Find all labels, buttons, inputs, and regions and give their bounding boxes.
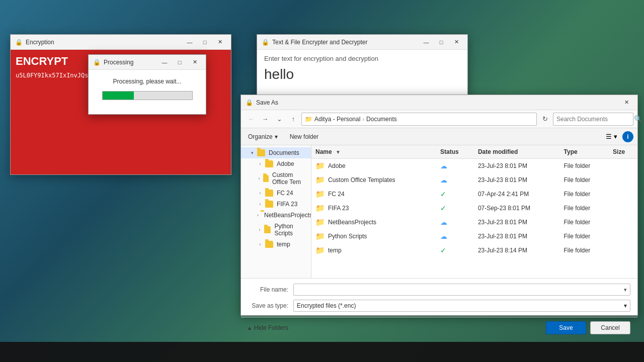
file-type-cell: File folder <box>560 159 609 173</box>
sidebar-expand-temp: › <box>257 241 263 247</box>
table-row[interactable]: 📁 Python Scripts ☁ 23-Jul-23 8:01 PM Fil… <box>311 229 637 243</box>
file-type-cell: File folder <box>560 243 609 257</box>
progress-bar-container <box>102 91 193 100</box>
view-dropdown-icon[interactable]: ▾ <box>614 133 617 140</box>
status-ok-icon: ✓ <box>440 190 446 198</box>
table-row[interactable]: 📁 FIFA 23 ✓ 07-Sep-23 8:01 PM File folde… <box>311 201 637 215</box>
search-box[interactable]: 🔍 <box>553 113 633 126</box>
nav-refresh-button[interactable]: ↻ <box>539 113 551 125</box>
file-name-dropdown-icon[interactable]: ▾ <box>624 287 627 293</box>
saveas-window: 🔒 Save As ✕ ← → ⌄ ↑ 📁 Aditya - Personal … <box>240 95 638 316</box>
action-buttons: Save Cancel <box>546 321 630 334</box>
sidebar-item-netbeans[interactable]: › NetBeansProjects <box>241 210 311 221</box>
file-type-cell: File folder <box>560 187 609 201</box>
new-folder-button[interactable]: New folder <box>287 132 321 141</box>
saveas-bottom: File name: ▾ Save as type: Encrypted fil… <box>241 278 637 317</box>
file-name-cell: 📁 NetBeansProjects <box>311 215 436 229</box>
table-row[interactable]: 📁 NetBeansProjects ☁ 23-Jul-23 8:01 PM F… <box>311 215 637 229</box>
file-status-cell: ☁ <box>436 159 474 173</box>
encryption-minimize-button[interactable]: — <box>183 37 197 47</box>
file-type-cell: File folder <box>560 201 609 215</box>
saveas-titlebar: 🔒 Save As ✕ <box>241 95 637 110</box>
folder-icon-file: 📁 <box>315 204 325 213</box>
file-name: Python Scripts <box>328 233 367 240</box>
file-status-cell: ☁ <box>436 229 474 243</box>
col-status[interactable]: Status <box>436 145 474 159</box>
view-list-icon[interactable]: ☰ <box>606 133 612 140</box>
file-size-cell <box>609 229 637 243</box>
sidebar-item-adobe[interactable]: › Adobe <box>241 158 311 169</box>
search-input[interactable] <box>556 116 632 123</box>
encrypter-window-icon: 🔒 <box>261 38 269 46</box>
info-icon[interactable]: i <box>622 131 633 142</box>
hide-folders-button[interactable]: ▴ Hide Folders <box>248 324 288 331</box>
table-row[interactable]: 📁 Adobe ☁ 23-Jul-23 8:01 PM File folder <box>311 159 637 173</box>
saveas-close-button[interactable]: ✕ <box>619 98 633 108</box>
folder-icon-file: 📁 <box>315 190 325 199</box>
file-status-cell: ✓ <box>436 187 474 201</box>
encryption-maximize-button[interactable]: □ <box>198 37 212 47</box>
file-size-cell <box>609 187 637 201</box>
status-ok-icon: ✓ <box>440 246 446 254</box>
search-icon: 🔍 <box>634 115 642 123</box>
sidebar-item-temp[interactable]: › temp <box>241 239 311 250</box>
file-type-cell: File folder <box>560 173 609 187</box>
col-type[interactable]: Type <box>560 145 609 159</box>
processing-window-icon: 🔒 <box>93 58 101 66</box>
encrypter-maximize-button[interactable]: □ <box>434 37 448 47</box>
file-name-cell: 📁 Custom Office Templates <box>311 173 436 187</box>
hide-folders-chevron: ▴ <box>248 324 251 331</box>
save-as-type-dropdown[interactable]: Encrypted files (*.enc) ▾ <box>293 300 630 312</box>
sidebar-item-custom-office[interactable]: › Custom Office Tem <box>241 169 311 188</box>
folder-icon-custom-office <box>263 175 269 182</box>
status-ok-icon: ✓ <box>440 204 446 212</box>
processing-window-controls: — □ ✕ <box>157 57 202 67</box>
file-name-field: File name: ▾ <box>248 284 630 296</box>
nav-forward-button[interactable]: → <box>259 113 271 125</box>
nav-up-button[interactable]: ↑ <box>287 113 299 125</box>
organize-button[interactable]: Organize ▾ <box>245 132 281 141</box>
save-button[interactable]: Save <box>546 321 586 334</box>
table-row[interactable]: 📁 temp ✓ 23-Jul-23 8:14 PM File folder <box>311 243 637 257</box>
col-date-modified[interactable]: Date modified <box>474 145 560 159</box>
saveas-window-controls: ✕ <box>619 98 633 108</box>
table-row[interactable]: 📁 FC 24 ✓ 07-Apr-24 2:41 PM File folder <box>311 187 637 201</box>
nav-dropdown-button[interactable]: ⌄ <box>273 113 285 125</box>
saveas-window-icon: 🔒 <box>245 99 253 107</box>
hide-folders-label: Hide Folders <box>254 324 288 331</box>
processing-minimize-button[interactable]: — <box>157 57 172 67</box>
table-row[interactable]: 📁 Custom Office Templates ☁ 23-Jul-23 8:… <box>311 173 637 187</box>
save-as-type-label: Save as type: <box>248 302 288 309</box>
sidebar-item-documents[interactable]: ▾ Documents <box>241 147 311 158</box>
encrypter-minimize-button[interactable]: — <box>419 37 433 47</box>
sidebar-item-fifa23[interactable]: › FIFA 23 <box>241 199 311 210</box>
encryption-window-title: Encryption <box>26 39 183 46</box>
sidebar-item-fc24[interactable]: › FC 24 <box>241 188 311 199</box>
encryption-window-controls: — □ ✕ <box>183 37 227 47</box>
status-cloud-icon: ☁ <box>440 218 447 226</box>
processing-titlebar: 🔒 Processing — □ ✕ <box>89 55 206 70</box>
encrypter-prompt: Enter text for encryption and decryption <box>264 55 460 62</box>
sidebar-label-documents: Documents <box>269 149 299 156</box>
breadcrumb-bar[interactable]: 📁 Aditya - Personal › Documents <box>301 113 537 126</box>
processing-close-button[interactable]: ✕ <box>188 57 202 67</box>
cancel-button[interactable]: Cancel <box>590 321 630 334</box>
file-table: Name ▼ Status Date modified Type Size 📁 … <box>311 145 637 257</box>
encryption-window-icon: 🔒 <box>15 38 23 46</box>
save-as-type-field: Save as type: Encrypted files (*.enc) ▾ <box>248 300 630 312</box>
folder-icon-file: 📁 <box>315 218 325 227</box>
col-name[interactable]: Name ▼ <box>311 145 436 159</box>
nav-back-button[interactable]: ← <box>245 113 257 125</box>
sidebar-item-python[interactable]: › Python Scripts <box>241 221 311 239</box>
processing-maximize-button[interactable]: □ <box>173 57 187 67</box>
col-size[interactable]: Size <box>609 145 637 159</box>
encryption-close-button[interactable]: ✕ <box>213 37 227 47</box>
file-date-cell: 07-Apr-24 2:41 PM <box>474 187 560 201</box>
file-name-cell: 📁 Python Scripts <box>311 229 436 243</box>
breadcrumb-folder-icon: 📁 <box>305 116 312 123</box>
file-name-input[interactable] <box>297 286 624 293</box>
file-name-input-container[interactable]: ▾ <box>293 284 630 296</box>
file-size-cell <box>609 159 637 173</box>
encrypter-close-button[interactable]: ✕ <box>449 37 463 47</box>
breadcrumb-sep1: › <box>362 116 364 122</box>
